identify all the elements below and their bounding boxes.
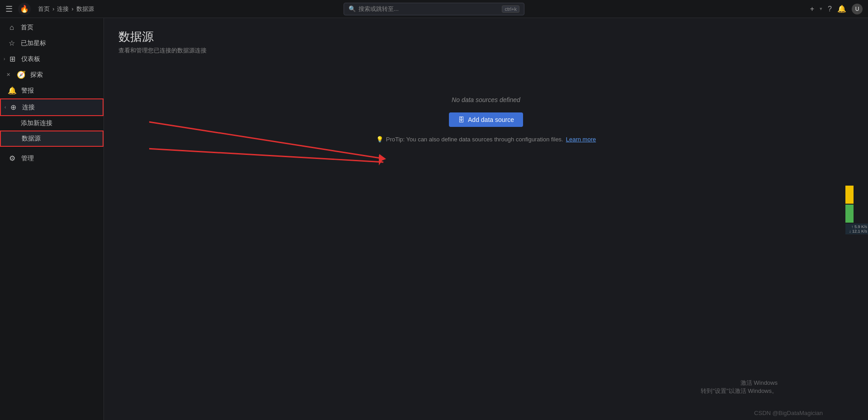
explore-icon: 🧭 bbox=[17, 70, 26, 79]
sidebar-item-admin[interactable]: › ⚙ 管理 bbox=[0, 150, 104, 166]
sidebar-label-dashboards: 仪表板 bbox=[21, 55, 40, 63]
sidebar-label-starred: 已加星标 bbox=[21, 39, 46, 47]
breadcrumb-current: 数据源 bbox=[76, 5, 94, 13]
breadcrumb-connections[interactable]: 连接 bbox=[57, 5, 69, 13]
topbar-left: ☰ 🔥 首页 › 连接 › 数据源 bbox=[5, 3, 94, 15]
plus-icon[interactable]: + bbox=[810, 5, 814, 13]
star-icon: ☆ bbox=[7, 39, 16, 47]
bell-icon[interactable]: 🔔 bbox=[837, 5, 846, 13]
grafana-logo[interactable]: 🔥 bbox=[18, 3, 31, 15]
page-title: 数据源 bbox=[118, 29, 854, 45]
dashboards-arrow-left: › bbox=[4, 56, 5, 61]
indicator-yellow bbox=[845, 186, 854, 204]
search-icon: 🔍 bbox=[349, 5, 356, 12]
svg-text:🔥: 🔥 bbox=[20, 5, 29, 13]
protip-text: ProTip: You can also define data sources… bbox=[386, 136, 563, 143]
sidebar-item-alerting[interactable]: › 🔔 警报 bbox=[0, 83, 104, 98]
sidebar-subitem-datasources[interactable]: 数据源 bbox=[0, 131, 104, 147]
search-shortcut: ctrl+k bbox=[502, 5, 519, 13]
user-avatar[interactable]: U bbox=[852, 4, 863, 14]
search-bar[interactable]: 🔍 搜索或跳转至... ctrl+k bbox=[344, 3, 524, 15]
plus-arrow: ▾ bbox=[820, 6, 822, 12]
learn-more-link[interactable]: Learn more bbox=[566, 136, 596, 143]
breadcrumb: 首页 › 连接 › 数据源 bbox=[38, 5, 94, 13]
sidebar-item-starred[interactable]: ☆ 已加星标 bbox=[0, 35, 104, 51]
sidebar-item-connections[interactable]: ‹ ⊕ 连接 bbox=[0, 98, 104, 116]
download-stat: ↓ 12.1 K/s bbox=[846, 229, 867, 233]
sidebar-label-explore: 探索 bbox=[30, 71, 43, 79]
breadcrumb-home[interactable]: 首页 bbox=[38, 5, 50, 13]
explore-cross-icon: ✕ bbox=[6, 72, 10, 78]
indicator-green bbox=[845, 205, 854, 223]
breadcrumb-sep2: › bbox=[71, 5, 73, 12]
database-icon: 🗄 bbox=[458, 116, 464, 123]
sidebar-item-home[interactable]: ⌂ 首页 bbox=[0, 20, 104, 35]
sidebar-label-datasources: 数据源 bbox=[22, 135, 41, 143]
hamburger-icon[interactable]: ☰ bbox=[5, 4, 13, 14]
sidebar-label-home: 首页 bbox=[21, 23, 33, 32]
alerting-icon: 🔔 bbox=[8, 86, 17, 95]
sidebar-label-alerting: 警报 bbox=[21, 87, 34, 95]
search-placeholder: 搜索或跳转至... bbox=[359, 5, 399, 13]
sidebar-label-connections: 连接 bbox=[22, 103, 35, 112]
add-datasource-label: Add data source bbox=[468, 116, 514, 123]
protip-icon: 💡 bbox=[376, 136, 383, 143]
sidebar-subitem-add-connection[interactable]: 添加新连接 bbox=[0, 116, 104, 131]
sidebar-section-main: ⌂ 首页 ☆ 已加星标 › ⊞ 仪表板 ✕ 🧭 探索 › 🔔 警报 bbox=[0, 18, 104, 168]
sidebar-item-explore[interactable]: ✕ 🧭 探索 bbox=[0, 67, 104, 83]
upload-stat: ↑ 5.9 K/s bbox=[846, 224, 867, 229]
connections-icon: ⊕ bbox=[9, 103, 18, 112]
side-indicators: ↑ 5.9 K/s ↓ 12.1 K/s bbox=[845, 186, 868, 234]
network-stats: ↑ 5.9 K/s ↓ 12.1 K/s bbox=[845, 224, 868, 234]
page-content: 数据源 查看和管理您已连接的数据源连接 No data sources defi… bbox=[104, 18, 868, 420]
page-subtitle: 查看和管理您已连接的数据源连接 bbox=[118, 47, 854, 55]
add-datasource-button[interactable]: 🗄 Add data source bbox=[449, 112, 523, 127]
sidebar-item-dashboards[interactable]: › ⊞ 仪表板 bbox=[0, 51, 104, 67]
home-icon: ⌂ bbox=[7, 23, 16, 32]
protip: 💡 ProTip: You can also define data sourc… bbox=[376, 136, 596, 143]
sidebar-label-admin: 管理 bbox=[21, 154, 34, 163]
help-icon[interactable]: ? bbox=[828, 5, 832, 13]
topbar: ☰ 🔥 首页 › 连接 › 数据源 🔍 搜索或跳转至... ctrl+k + ▾… bbox=[0, 0, 868, 18]
breadcrumb-sep1: › bbox=[52, 5, 54, 12]
empty-state: No data sources defined 🗄 Add data sourc… bbox=[118, 69, 854, 170]
topbar-right: + ▾ ? 🔔 U bbox=[810, 4, 863, 14]
sidebar-label-add-connection: 添加新连接 bbox=[21, 119, 52, 127]
admin-icon: ⚙ bbox=[8, 154, 17, 163]
empty-state-text: No data sources defined bbox=[452, 96, 520, 103]
main-layout: ⌂ 首页 ☆ 已加星标 › ⊞ 仪表板 ✕ 🧭 探索 › 🔔 警报 bbox=[0, 18, 868, 420]
dashboards-icon: ⊞ bbox=[8, 55, 17, 63]
connections-arrow-collapse: ‹ bbox=[5, 105, 6, 110]
sidebar: ⌂ 首页 ☆ 已加星标 › ⊞ 仪表板 ✕ 🧭 探索 › 🔔 警报 bbox=[0, 18, 104, 420]
